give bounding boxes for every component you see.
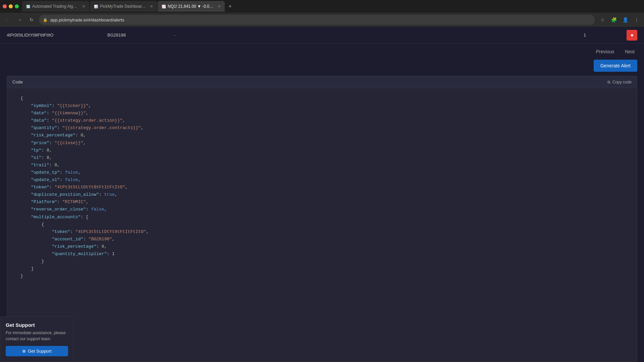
tab-2-icon: 📊 <box>94 5 98 8</box>
tab-3-label: NQ1! 21,641.00 ▼ -0.07% Unm... <box>168 4 214 9</box>
app-content: 4tPt3t5tLtDtYt9tFtItFtItO BG28198 - 1 Pr… <box>0 27 644 362</box>
action-row: Generate Alert <box>0 60 644 76</box>
new-tab-btn[interactable]: + <box>225 2 235 11</box>
refresh-btn[interactable]: ↻ <box>27 15 36 24</box>
address-bar-row: ← → ↻ 🔒 app.pickmytrade.io/#/dashboard/a… <box>0 13 644 27</box>
forward-btn[interactable]: → <box>15 15 24 24</box>
menu-icon[interactable]: ⋮ <box>632 15 641 24</box>
code-panel-header: Code ⧉ Copy code <box>7 76 637 88</box>
delete-btn[interactable] <box>627 30 637 41</box>
next-btn[interactable]: Next <box>622 48 637 56</box>
token-cell: 4tPt3t5tLtDtYt9tFtItFtItO <box>7 33 107 38</box>
profile-icon[interactable]: 👤 <box>621 15 630 24</box>
table-row: 4tPt3t5tLtDtYt9tFtItFtItO BG28198 - 1 <box>0 27 644 44</box>
support-title: Get Support <box>6 322 68 328</box>
tab-1-close[interactable]: ✕ <box>82 4 85 9</box>
pagination-row: Previous Next <box>0 44 644 60</box>
code-panel-title: Code <box>12 79 23 84</box>
support-description: For immediate assistance, please contact… <box>6 330 68 342</box>
copy-code-label: Copy code <box>612 80 632 84</box>
code-body: { "symbol": "{{ticker}}", "date": "{{tim… <box>7 88 637 362</box>
tab-3[interactable]: 📈 NQ1! 21,641.00 ▼ -0.07% Unm... ✕ <box>158 1 225 12</box>
action-cell <box>617 30 637 41</box>
tab-1-icon: 🔄 <box>26 5 30 8</box>
tab-3-close[interactable]: ✕ <box>218 4 221 9</box>
tab-2-label: PickMyTrade Dashboard - Man... <box>100 4 147 9</box>
url-text: app.pickmytrade.io/#/dashboard/alerts <box>50 17 124 22</box>
copy-code-btn[interactable]: ⧉ Copy code <box>607 80 632 84</box>
back-btn[interactable]: ← <box>3 15 12 24</box>
support-icon: ⊕ <box>22 349 26 354</box>
browser-chrome: 🔄 Automated Trading Algo Tradi... ✕ 📊 Pi… <box>0 0 644 27</box>
tab-1[interactable]: 🔄 Automated Trading Algo Tradi... ✕ <box>22 1 89 12</box>
minimize-window-btn[interactable] <box>9 4 13 8</box>
copy-icon: ⧉ <box>607 80 610 84</box>
generate-alert-btn[interactable]: Generate Alert <box>594 60 637 72</box>
get-support-btn[interactable]: ⊕ Get Support <box>6 346 68 356</box>
extensions-icon[interactable]: 🧩 <box>609 15 619 24</box>
maximize-window-btn[interactable] <box>15 4 19 8</box>
browser-actions: ☆ 🧩 👤 ⋮ <box>598 15 641 24</box>
tab-1-label: Automated Trading Algo Tradi... <box>32 4 79 9</box>
account-cell: BG28198 <box>107 33 174 38</box>
tab-2[interactable]: 📊 PickMyTrade Dashboard - Man... ✕ <box>90 1 157 12</box>
support-panel: Get Support For immediate assistance, pl… <box>0 316 74 362</box>
close-window-btn[interactable] <box>3 4 7 8</box>
tab-bar: 🔄 Automated Trading Algo Tradi... ✕ 📊 Pi… <box>0 0 644 13</box>
tab-3-icon: 📈 <box>162 5 166 8</box>
code-panel: Code ⧉ Copy code { "symbol": "{{ticker}}… <box>7 76 637 362</box>
tab-2-close[interactable]: ✕ <box>150 4 153 9</box>
dash-cell: - <box>174 33 584 38</box>
quantity-cell: 1 <box>584 33 617 38</box>
bookmark-icon[interactable]: ☆ <box>598 15 607 24</box>
lock-icon: 🔒 <box>43 18 48 22</box>
address-bar[interactable]: 🔒 app.pickmytrade.io/#/dashboard/alerts <box>39 15 595 25</box>
previous-btn[interactable]: Previous <box>593 48 617 56</box>
support-btn-label: Get Support <box>28 349 51 354</box>
window-controls <box>3 4 19 8</box>
